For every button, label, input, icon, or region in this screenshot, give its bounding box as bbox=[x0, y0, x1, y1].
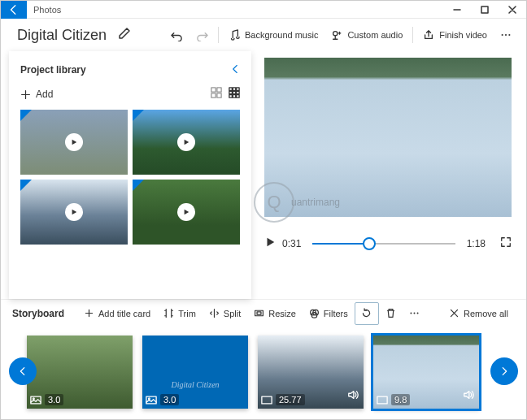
preview-video[interactable]: Quantrimang bbox=[264, 58, 512, 217]
svg-rect-15 bbox=[229, 95, 233, 98]
custom-audio-button[interactable]: Custom audio bbox=[324, 22, 409, 48]
project-name: Digital Citizen bbox=[17, 27, 107, 44]
undo-button[interactable] bbox=[164, 22, 189, 48]
used-tag-icon bbox=[133, 110, 144, 121]
svg-rect-31 bbox=[377, 396, 387, 404]
used-tag-icon bbox=[133, 180, 144, 191]
back-button[interactable] bbox=[1, 1, 27, 19]
svg-point-4 bbox=[508, 34, 510, 36]
add-label: Add bbox=[36, 89, 53, 100]
delete-button[interactable] bbox=[379, 302, 403, 325]
resize-label: Resize bbox=[268, 309, 296, 318]
svg-rect-18 bbox=[255, 310, 264, 316]
storyboard-next-button[interactable] bbox=[490, 357, 518, 385]
svg-rect-7 bbox=[211, 93, 216, 97]
svg-point-25 bbox=[416, 313, 418, 314]
used-tag-icon bbox=[20, 180, 32, 191]
current-time: 0:31 bbox=[282, 238, 301, 249]
add-title-card-button[interactable]: Add title card bbox=[77, 302, 157, 325]
storyboard-clip-selected[interactable]: 9.8 bbox=[373, 336, 479, 409]
clip-duration: 25.77 bbox=[276, 394, 305, 405]
storyboard-more-button[interactable] bbox=[403, 302, 426, 325]
library-item[interactable] bbox=[133, 110, 240, 175]
add-media-button[interactable]: Add bbox=[20, 89, 53, 100]
background-music-button[interactable]: Background music bbox=[222, 22, 325, 48]
remove-all-button[interactable]: Remove all bbox=[442, 302, 515, 325]
audio-icon bbox=[347, 389, 359, 404]
storyboard-prev-button[interactable] bbox=[9, 357, 37, 385]
total-time: 1:18 bbox=[467, 238, 486, 249]
add-title-label: Add title card bbox=[98, 309, 150, 318]
audio-icon bbox=[463, 389, 474, 404]
clip-duration: 3.0 bbox=[45, 394, 63, 405]
play-button[interactable] bbox=[264, 236, 276, 251]
close-button[interactable] bbox=[499, 1, 526, 19]
storyboard-clip[interactable]: Digital Citizen 3.0 bbox=[142, 336, 248, 409]
storyboard-clip[interactable]: 25.77 bbox=[258, 336, 364, 409]
split-button[interactable]: Split bbox=[203, 302, 247, 325]
view-small-icon[interactable] bbox=[229, 87, 240, 102]
more-button[interactable] bbox=[494, 22, 518, 48]
edit-name-icon[interactable] bbox=[118, 27, 131, 43]
svg-point-1 bbox=[333, 32, 338, 36]
filters-label: Filters bbox=[324, 309, 348, 318]
play-icon bbox=[65, 203, 83, 221]
clip-duration: 9.8 bbox=[391, 394, 410, 405]
remove-all-label: Remove all bbox=[464, 309, 508, 318]
maximize-button[interactable] bbox=[471, 1, 499, 19]
svg-rect-13 bbox=[233, 91, 236, 94]
collapse-library-icon[interactable] bbox=[230, 63, 240, 77]
svg-rect-0 bbox=[481, 6, 488, 13]
library-item[interactable] bbox=[20, 110, 128, 175]
svg-point-24 bbox=[413, 313, 415, 314]
watermark: Quantrimang bbox=[240, 180, 354, 225]
svg-rect-16 bbox=[233, 95, 236, 98]
svg-rect-19 bbox=[257, 312, 261, 314]
seek-slider[interactable] bbox=[312, 243, 455, 245]
play-icon bbox=[177, 203, 195, 221]
seek-knob[interactable] bbox=[363, 237, 376, 250]
split-label: Split bbox=[224, 309, 241, 318]
library-item[interactable] bbox=[20, 180, 128, 245]
fullscreen-button[interactable] bbox=[500, 236, 512, 251]
svg-point-2 bbox=[502, 34, 503, 36]
play-icon bbox=[65, 133, 83, 151]
clip-duration: 3.0 bbox=[160, 394, 179, 405]
svg-point-29 bbox=[149, 397, 150, 399]
app-title: Photos bbox=[33, 5, 61, 15]
svg-point-23 bbox=[410, 313, 412, 314]
trim-label: Trim bbox=[178, 309, 196, 318]
title-card-text: Digital Citizen bbox=[142, 380, 248, 389]
svg-rect-30 bbox=[262, 396, 272, 404]
svg-point-3 bbox=[505, 34, 507, 36]
minimize-button[interactable] bbox=[443, 1, 471, 19]
divider bbox=[412, 27, 413, 43]
svg-rect-10 bbox=[233, 88, 236, 91]
filters-button[interactable]: Filters bbox=[303, 302, 355, 325]
svg-rect-9 bbox=[229, 88, 233, 91]
storyboard-clip[interactable]: 3.0 bbox=[27, 336, 133, 409]
library-item[interactable] bbox=[133, 180, 240, 245]
svg-rect-6 bbox=[217, 88, 221, 92]
finish-video-button[interactable]: Finish video bbox=[416, 22, 494, 48]
storyboard-title: Storyboard bbox=[12, 308, 64, 319]
rotate-button[interactable] bbox=[355, 302, 379, 325]
svg-point-27 bbox=[33, 397, 35, 399]
svg-rect-8 bbox=[217, 93, 221, 97]
svg-rect-14 bbox=[237, 91, 240, 94]
svg-rect-11 bbox=[237, 88, 240, 91]
svg-rect-5 bbox=[211, 88, 216, 92]
finish-video-label: Finish video bbox=[439, 30, 487, 40]
resize-button[interactable]: Resize bbox=[247, 302, 303, 325]
redo-button[interactable] bbox=[189, 22, 215, 48]
custom-audio-label: Custom audio bbox=[347, 30, 403, 40]
project-library-panel: Project library Add bbox=[9, 51, 251, 299]
play-icon bbox=[177, 133, 195, 151]
seek-fill bbox=[312, 243, 369, 245]
trim-button[interactable]: Trim bbox=[157, 302, 203, 325]
view-large-icon[interactable] bbox=[211, 87, 222, 102]
background-music-label: Background music bbox=[245, 30, 319, 40]
used-tag-icon bbox=[20, 110, 32, 121]
library-title: Project library bbox=[20, 64, 86, 76]
divider bbox=[218, 27, 219, 43]
